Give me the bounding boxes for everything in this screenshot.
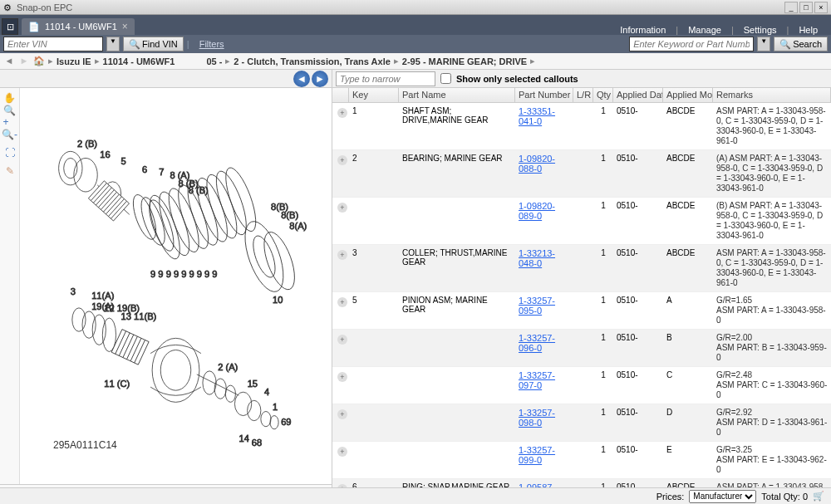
vin-dropdown[interactable]: ▼ — [106, 37, 120, 51]
header-qty[interactable]: Qty — [593, 88, 613, 102]
cell-remarks: G/R=2.48ASM PART: C = 1-33043-960-0 — [713, 369, 831, 402]
prev-image-button[interactable]: ◄ — [293, 71, 310, 87]
svg-point-45 — [72, 308, 86, 331]
home-tab-button[interactable]: ⊡ — [2, 18, 18, 35]
close-button[interactable]: × — [814, 2, 828, 13]
header-date[interactable]: Applied Date — [613, 88, 663, 102]
part-number-link[interactable]: 1-33257-098-0 — [519, 408, 555, 428]
bc-section[interactable]: 05 - — [206, 56, 222, 66]
fit-icon[interactable]: ⛶ — [3, 146, 17, 159]
table-row[interactable]: +1-33257-099-010510-EG/R=3.25ASM PART: E… — [332, 442, 831, 479]
menu-help[interactable]: Help — [792, 25, 824, 35]
header-num[interactable]: Part Number — [515, 88, 573, 102]
part-number-link[interactable]: 1-33257-095-0 — [519, 296, 555, 316]
tab-close-icon[interactable]: × — [122, 21, 128, 32]
cell-name — [399, 443, 515, 447]
cell-qty: 1 — [593, 294, 613, 306]
table-body[interactable]: +1SHAFT ASM; DRIVE,MARINE GEAR1-33351-04… — [332, 103, 831, 504]
cell-key — [349, 331, 399, 335]
header-remarks[interactable]: Remarks — [713, 88, 831, 102]
search-icon: 🔍 — [129, 39, 140, 50]
document-tab[interactable]: 📄 11014 - UM6WF1 × — [22, 18, 135, 35]
bc-page[interactable]: 2-95 - MARINE GEAR; DRIVE — [402, 56, 527, 66]
zoom-in-icon[interactable]: 🔍+ — [3, 110, 17, 123]
expand-icon[interactable]: + — [337, 447, 347, 457]
filters-link[interactable]: Filters — [199, 39, 224, 49]
table-row[interactable]: +1SHAFT ASM; DRIVE,MARINE GEAR1-33351-04… — [332, 103, 831, 150]
maximize-button[interactable]: □ — [799, 2, 813, 13]
forward-icon[interactable]: ► — [18, 56, 30, 67]
hand-tool-icon[interactable]: ✋ — [3, 91, 17, 105]
table-row[interactable]: +2BEARING; MARINE GEAR1-09820-088-010510… — [332, 150, 831, 198]
zoom-out-icon[interactable]: 🔍- — [3, 128, 17, 141]
prices-select[interactable]: Manufacturer — [689, 490, 756, 503]
expand-icon[interactable]: + — [337, 372, 347, 382]
cell-key — [349, 199, 399, 203]
tab-label: 11014 - UM6WF1 — [45, 22, 117, 32]
header-lr[interactable]: L/R — [573, 88, 593, 102]
bc-model[interactable]: 11014 - UM6WF1 — [103, 56, 175, 66]
part-number-link[interactable]: 1-09820-089-0 — [519, 201, 555, 221]
home-icon[interactable]: 🏠 — [33, 56, 45, 66]
menu-settings[interactable]: Settings — [737, 25, 784, 35]
cell-name: SHAFT ASM; DRIVE,MARINE GEAR — [399, 105, 515, 126]
header-model[interactable]: Applied Model — [663, 88, 713, 102]
cell-remarks: G/R=2.92ASM PART: D = 1-33043-961-0 — [713, 406, 831, 439]
search-button[interactable]: 🔍Search — [774, 37, 828, 51]
vin-input[interactable] — [3, 37, 103, 51]
keyword-input[interactable] — [629, 37, 754, 51]
expand-icon[interactable]: + — [337, 409, 347, 419]
table-row[interactable]: +5PINION ASM; MARINE GEAR1-33257-095-010… — [332, 292, 831, 330]
cell-name — [399, 199, 515, 203]
bc-vehicle[interactable]: Isuzu IE — [57, 56, 91, 66]
cell-date: 0510- — [613, 406, 663, 418]
minimize-button[interactable]: _ — [784, 2, 798, 13]
part-number-link[interactable]: 1-33257-099-0 — [519, 445, 555, 465]
part-number-link[interactable]: 1-33257-096-0 — [519, 333, 555, 353]
cell-date: 0510- — [613, 369, 663, 381]
tool-icon[interactable]: ✎ — [3, 164, 17, 178]
diagram-toolbar: ✋ 🔍+ 🔍- ⛶ ✎ — [0, 88, 20, 484]
narrow-input[interactable] — [336, 71, 435, 86]
svg-text:13 11(B): 13 11(B) — [121, 311, 157, 321]
svg-point-35 — [238, 217, 292, 296]
parts-diagram[interactable]: 2 (B) 16 5 6 — [20, 88, 332, 484]
expand-icon[interactable]: + — [337, 203, 347, 213]
menu-manage[interactable]: Manage — [681, 25, 728, 35]
part-number-link[interactable]: 1-33257-097-0 — [519, 370, 555, 390]
expand-icon[interactable]: + — [337, 108, 347, 118]
header-name[interactable]: Part Name — [399, 88, 515, 102]
table-row[interactable]: +1-33257-097-010510-CG/R=2.48ASM PART: C… — [332, 367, 831, 404]
cell-remarks: ASM PART: A = 1-33043-958-0, C = 1-33043… — [713, 247, 831, 290]
svg-point-1 — [64, 158, 77, 178]
part-number-link[interactable]: 1-09820-088-0 — [519, 154, 555, 174]
table-row[interactable]: +3COLLER; THRUST,MARINE GEAR1-33213-048-… — [332, 245, 831, 292]
keyword-dropdown[interactable]: ▼ — [757, 37, 770, 51]
part-number-link[interactable]: 1-33213-048-0 — [519, 248, 555, 268]
svg-point-71 — [270, 416, 278, 429]
menu-information[interactable]: Information — [613, 25, 672, 35]
svg-text:1: 1 — [273, 403, 278, 413]
cell-model: ABCDE — [663, 199, 713, 212]
expand-icon[interactable]: + — [337, 297, 347, 307]
svg-text:16: 16 — [100, 149, 110, 159]
table-row[interactable]: +1-33257-096-010510-BG/R=2.00ASM PART: B… — [332, 330, 831, 367]
cell-key — [349, 443, 399, 447]
find-vin-button[interactable]: 🔍Find VIN — [123, 37, 184, 51]
expand-icon[interactable]: + — [337, 335, 347, 345]
cart-icon[interactable]: 🛒 — [813, 491, 824, 502]
table-row[interactable]: +1-33257-098-010510-DG/R=2.92ASM PART: D… — [332, 404, 831, 442]
back-icon[interactable]: ◄ — [3, 56, 15, 67]
expand-icon[interactable]: + — [337, 155, 347, 165]
expand-icon[interactable]: + — [337, 250, 347, 260]
svg-text:68: 68 — [252, 438, 262, 448]
show-selected-checkbox[interactable] — [440, 73, 451, 84]
table-row[interactable]: +1-09820-089-010510-ABCDE(B) ASM PART: A… — [332, 198, 831, 245]
part-number-link[interactable]: 1-33351-041-0 — [519, 106, 555, 126]
next-image-button[interactable]: ► — [312, 71, 328, 87]
svg-text:2 (A): 2 (A) — [218, 362, 238, 372]
cell-name: COLLER; THRUST,MARINE GEAR — [399, 247, 515, 268]
bc-group[interactable]: 2 - Clutch, Transmission, Trans Axle — [234, 56, 390, 66]
tab-bar: ⊡ 📄 11014 - UM6WF1 × Information| Manage… — [0, 15, 831, 35]
header-key[interactable]: Key — [349, 88, 399, 102]
